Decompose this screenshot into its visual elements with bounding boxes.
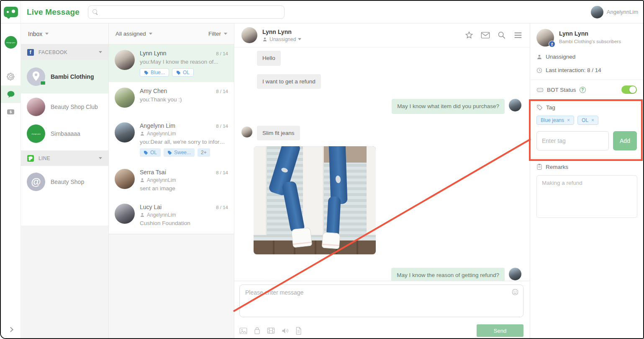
avatar [509, 99, 521, 111]
tag-input[interactable] [536, 131, 609, 150]
channel-name: Bambi Clothing [51, 73, 94, 80]
message-input[interactable] [240, 285, 523, 317]
conversation-preview: you:Thank you :) [140, 96, 228, 103]
search-icon[interactable] [497, 31, 506, 40]
conversation-date: 8 / 14 [216, 170, 228, 175]
file-icon[interactable] [295, 327, 302, 335]
workspace-avatar[interactable]: change your [5, 36, 17, 49]
filter-button[interactable]: Filter [208, 31, 227, 37]
logo-cell[interactable] [1, 1, 21, 23]
last-interaction-value: Last interaction: 8 / 14 [546, 67, 601, 73]
at-sign-icon [27, 173, 45, 191]
page-title: Live Message [27, 8, 80, 17]
message-bubble: May I know the reason of getting refund? [391, 268, 505, 281]
add-tag-button[interactable]: Add [613, 131, 637, 150]
conversation-date: 8 / 14 [216, 205, 228, 210]
bot-icon [536, 87, 544, 93]
clock-icon [536, 67, 542, 73]
avatar [115, 122, 135, 142]
remove-tag-icon[interactable] [591, 117, 594, 123]
section-line[interactable]: LINE [21, 150, 108, 166]
search-icon [92, 9, 98, 15]
conversation-tag: OL [140, 148, 161, 157]
chat-contact-name: Lynn Lynn [262, 28, 301, 35]
global-search[interactable] [88, 5, 285, 19]
avatar[interactable] [241, 27, 257, 43]
assigned-filter[interactable]: All assigned [115, 31, 152, 37]
inbox-panel: Inbox FACEBOOK Ba [21, 23, 109, 338]
speaker-icon[interactable] [281, 327, 289, 334]
tag-chip: Blue jeans [536, 116, 574, 125]
remarks-section: Remarks Making a refund [530, 158, 643, 227]
chevron-down-icon [298, 38, 301, 40]
assignee-selector[interactable]: Unassigned [262, 36, 301, 42]
tag-chip: OL [577, 116, 598, 125]
bag-icon[interactable] [254, 327, 261, 335]
conversation-list: All assigned Filter Lynn Lynn 8 / 14 [109, 23, 234, 338]
send-button[interactable]: Send [477, 324, 523, 337]
gear-icon [7, 72, 15, 81]
tag-icon [144, 150, 148, 155]
picture-icon[interactable] [239, 327, 247, 334]
tag-section: Tag Blue jeans OL Add [530, 99, 643, 158]
conversation-row-lynn[interactable]: Lynn Lynn 8 / 14 you:May I know the reas… [109, 44, 234, 82]
map-pin-icon [31, 71, 41, 83]
chevron-down-icon [99, 51, 102, 53]
conversation-date: 8 / 14 [216, 89, 228, 94]
bot-status-toggle[interactable] [621, 85, 637, 94]
remarks-input[interactable]: Making a refund [536, 175, 637, 218]
topbar: Live Message AngelynnLim [1, 1, 643, 23]
message-bubble: May I know what item did you purchase? [392, 99, 505, 114]
person-icon [536, 54, 542, 60]
hamburger-menu-icon[interactable] [513, 31, 523, 39]
avatar [115, 169, 135, 189]
conversation-row-lucy[interactable]: Lucy Lai 8 / 14 AngelynnLim Cushion Foun… [109, 197, 234, 234]
chevron-down-icon [224, 33, 227, 35]
topbar-user[interactable]: AngelynnLim [591, 6, 643, 18]
contact-subtitle: Bambi Clothing's subscribers [559, 39, 621, 44]
rail-item-live-chat[interactable] [1, 85, 21, 103]
search-input[interactable] [102, 9, 280, 15]
tag-icon [167, 150, 172, 155]
rail-item-settings[interactable] [1, 68, 21, 85]
contact-name: Lynn Lynn [559, 30, 621, 37]
conversation-row-amy[interactable]: Amy Chen 8 / 14 you:Thank you :) [109, 82, 234, 113]
bot-status-label: BOT Status [547, 87, 576, 93]
envelope-icon[interactable] [481, 31, 490, 39]
tag-section-title: Tag [546, 104, 555, 111]
left-rail: change your [1, 23, 21, 338]
chevron-down-icon [99, 157, 102, 159]
remove-tag-icon[interactable] [567, 117, 570, 123]
composer: Send [234, 281, 530, 338]
channel-bambi-clothing[interactable]: Bambi Clothing [21, 60, 108, 93]
message-bubble: I want to get a refund [257, 74, 321, 89]
message-thread: Hello I want to get a refund May I know … [234, 47, 530, 281]
section-line-label: LINE [38, 155, 50, 161]
logo-robot-chat-icon [4, 7, 18, 17]
inbox-filter[interactable]: Inbox [21, 23, 108, 44]
channel-simbaaaaa[interactable]: change your Simbaaaaa [21, 120, 108, 147]
question-circle-icon[interactable] [580, 87, 586, 93]
assignee-row: Unassigned [530, 54, 643, 60]
film-icon[interactable] [267, 327, 275, 334]
message-image-jeans[interactable] [254, 146, 376, 254]
conversation-row-angelynn[interactable]: Angelynn Lim 8 / 14 AngelynnLim you:Dear… [109, 113, 234, 162]
assignee-label: Unassigned [269, 36, 296, 42]
section-facebook[interactable]: FACEBOOK [21, 44, 108, 60]
rail-item-billing[interactable] [1, 103, 21, 121]
user-name: AngelynnLim [607, 9, 638, 15]
conversation-tag: Blue... [140, 68, 169, 77]
conversation-name: Serra Tsai [140, 169, 166, 176]
conversation-name: Amy Chen [140, 88, 167, 94]
collapse-chevron-icon[interactable] [8, 327, 13, 332]
channel-beauty-shop[interactable]: Beauty Shop [21, 166, 108, 198]
conversation-date: 8 / 14 [216, 51, 228, 56]
conversation-preview: sent an image [140, 185, 228, 191]
star-icon[interactable] [464, 31, 474, 40]
app-window: Live Message AngelynnLim change your [0, 0, 644, 339]
avatar [509, 268, 521, 280]
channel-beauty-shop-club[interactable]: Beauty Shop Club [21, 93, 108, 120]
conversation-row-serra[interactable]: Serra Tsai 8 / 14 AngelynnLim sent an im… [109, 162, 234, 197]
smiley-icon[interactable] [511, 288, 519, 296]
more-tags-badge: 2+ [198, 148, 210, 157]
